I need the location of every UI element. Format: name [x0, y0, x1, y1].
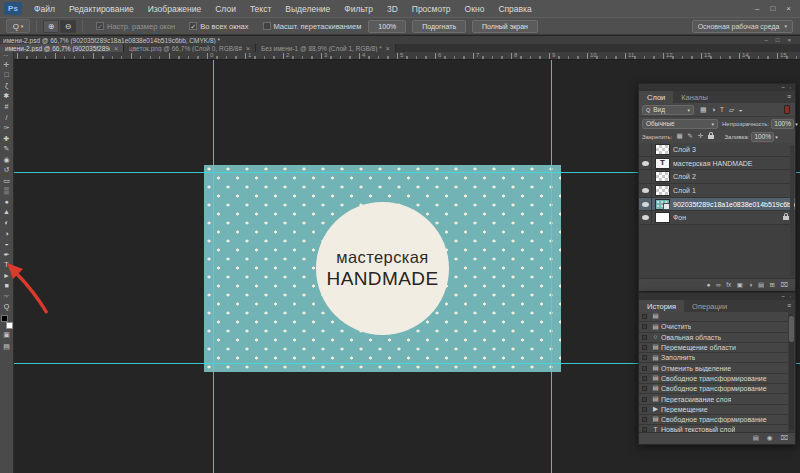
- link-layers-icon[interactable]: ∞: [716, 282, 721, 289]
- restore-icon[interactable]: □: [770, 4, 775, 13]
- history-source-checkbox[interactable]: [642, 407, 647, 412]
- clone-stamp-tool[interactable]: ◉: [0, 154, 13, 165]
- layer-visibility-toggle[interactable]: [639, 211, 652, 224]
- layer-thumbnail[interactable]: [655, 199, 670, 210]
- panel-tab[interactable]: Слои: [639, 91, 673, 103]
- float-panel-icon[interactable]: ▫: [790, 86, 791, 90]
- history-scrollbar[interactable]: [789, 314, 794, 430]
- crop-tool[interactable]: #: [0, 101, 13, 112]
- history-source-checkbox[interactable]: [642, 417, 647, 422]
- history-brush-tool[interactable]: ↺: [0, 164, 13, 175]
- quick-mask-button[interactable]: ▣: [3, 329, 10, 341]
- document-tab[interactable]: Без имени-1 @ 88,9% (Слой 1, RGB/8) * ×: [256, 44, 396, 52]
- layer-thumbnail[interactable]: [655, 185, 670, 196]
- menu-item[interactable]: Окно: [458, 4, 492, 14]
- layer-row[interactable]: 902035f289c18a1e0838e014b519c6bb: [639, 198, 795, 212]
- healing-brush-tool[interactable]: ✚: [0, 133, 13, 144]
- history-source-checkbox[interactable]: [642, 324, 647, 329]
- history-source-checkbox[interactable]: [642, 376, 647, 381]
- panel-tab[interactable]: Каналы: [673, 91, 716, 103]
- layer-row[interactable]: Слой 3: [639, 143, 795, 157]
- close-icon[interactable]: ×: [786, 4, 791, 13]
- minimize-icon[interactable]: –: [755, 4, 759, 13]
- options-checkbox[interactable]: Масшт. перетаскиванием: [263, 22, 362, 31]
- fill-value[interactable]: 100%: [751, 132, 774, 142]
- add-layer-mask-icon[interactable]: ▣: [737, 282, 743, 289]
- layer-row[interactable]: T мастерская HANDMADE: [639, 157, 795, 171]
- history-source-checkbox[interactable]: [642, 335, 647, 340]
- history-step[interactable]: ▤ Перетаскивание слоя: [639, 394, 788, 404]
- menu-item[interactable]: Слои: [208, 4, 243, 14]
- eraser-tool[interactable]: ▭: [0, 175, 13, 186]
- history-source-checkbox[interactable]: [642, 355, 647, 360]
- blur-tool[interactable]: ●: [0, 196, 13, 207]
- layer-row[interactable]: Фон: [639, 211, 795, 225]
- delete-layer-icon[interactable]: ⌧: [781, 282, 789, 289]
- layer-filter-toggle[interactable]: [784, 105, 790, 114]
- layer-visibility-toggle[interactable]: [639, 198, 652, 211]
- layer-visibility-toggle[interactable]: [639, 143, 652, 156]
- menu-item[interactable]: Изображение: [141, 4, 209, 14]
- layer-row[interactable]: Слой 1: [639, 184, 795, 198]
- new-doc-from-state-icon[interactable]: ▤: [753, 435, 759, 442]
- layer-group-icon[interactable]: ▤: [758, 282, 764, 289]
- lock-pixels-icon[interactable]: ✎: [688, 133, 693, 140]
- panel-tab[interactable]: Операции: [684, 300, 735, 312]
- slice-tool[interactable]: /: [0, 112, 13, 123]
- history-step[interactable]: ▤ Свободное трансформирование: [639, 384, 788, 394]
- history-step[interactable]: ▤ Отменить выделение: [639, 363, 788, 373]
- restore-icon[interactable]: □: [776, 37, 780, 43]
- menu-item[interactable]: Просмотр: [405, 4, 458, 14]
- gradient-tool[interactable]: ▒: [0, 186, 13, 197]
- menu-item[interactable]: 3D: [380, 4, 405, 14]
- checkbox[interactable]: ✓: [96, 22, 104, 30]
- layer-dot-icon[interactable]: ●: [707, 282, 711, 289]
- history-source-checkbox[interactable]: [642, 345, 647, 350]
- filter-pixel-layers-icon[interactable]: ▦: [700, 106, 707, 113]
- options-button[interactable]: 100%: [368, 20, 406, 33]
- lock-position-icon[interactable]: ✛: [698, 133, 703, 140]
- pen-tool[interactable]: ✒: [0, 249, 13, 260]
- horizontal-ruler[interactable]: 0123456789101112131415: [14, 52, 800, 60]
- layer-thumbnail[interactable]: T: [655, 158, 670, 169]
- layer-visibility-toggle[interactable]: [639, 184, 652, 197]
- burn-tool[interactable]: ◑: [0, 228, 13, 239]
- dodge-tool[interactable]: ◐: [0, 217, 13, 228]
- filter-shape-layers-icon[interactable]: ▱: [729, 106, 734, 113]
- close-tab-icon[interactable]: ×: [246, 45, 250, 52]
- close-tab-icon[interactable]: ×: [114, 45, 118, 52]
- history-source-checkbox[interactable]: [642, 314, 647, 319]
- options-button[interactable]: Полный экран: [472, 20, 538, 33]
- panel-menu-icon[interactable]: ≡: [787, 302, 791, 309]
- filter-kind-dropdown[interactable]: Q Вид ▾: [642, 105, 694, 115]
- zoom-in-button[interactable]: ⊕: [43, 20, 59, 33]
- history-step[interactable]: ▤ Свободное трансформирование: [639, 374, 788, 384]
- foreground-color-swatch[interactable]: [1, 315, 8, 322]
- scrollbar-thumb[interactable]: [789, 316, 794, 342]
- eyedropper-tool[interactable]: ✑: [0, 122, 13, 133]
- color-swatches[interactable]: [1, 315, 13, 329]
- zoom-out-button[interactable]: ⊖: [60, 20, 76, 33]
- filter-type-layers-icon[interactable]: T: [720, 106, 724, 113]
- lock-transparency-icon[interactable]: ▦: [676, 133, 682, 140]
- options-checkbox[interactable]: ✓ Настр. размер окон: [96, 22, 175, 31]
- workspace-switcher[interactable]: Основная рабочая среда ▾: [692, 20, 793, 33]
- path-selection-tool[interactable]: ►: [0, 270, 13, 281]
- checkbox[interactable]: [263, 22, 271, 30]
- opacity-value[interactable]: 100%: [771, 119, 794, 129]
- history-source-checkbox[interactable]: [642, 386, 647, 391]
- hand-tool[interactable]: ☞: [0, 291, 13, 302]
- layer-row[interactable]: Слой 2: [639, 170, 795, 184]
- close-icon[interactable]: ×: [787, 37, 791, 43]
- options-button[interactable]: Подогнать: [412, 20, 466, 33]
- move-tool[interactable]: ✛: [0, 59, 13, 70]
- close-tab-icon[interactable]: ×: [386, 45, 390, 52]
- adjustment-layer-icon[interactable]: ◑: [748, 282, 752, 289]
- history-source-checkbox[interactable]: [642, 397, 647, 402]
- rectangular-marquee-tool[interactable]: □: [0, 70, 13, 81]
- minimize-icon[interactable]: –: [765, 37, 768, 43]
- background-color-swatch[interactable]: [6, 322, 13, 329]
- menu-item[interactable]: Текст: [243, 4, 278, 14]
- menu-item[interactable]: Файл: [27, 4, 62, 14]
- history-step[interactable]: ▤ Свободное трансформирование: [639, 415, 788, 425]
